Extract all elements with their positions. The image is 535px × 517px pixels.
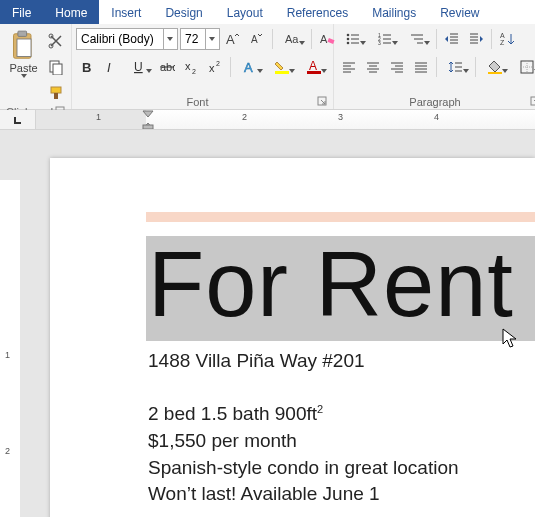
tab-references[interactable]: References — [275, 0, 360, 24]
tab-review[interactable]: Review — [428, 0, 491, 24]
svg-text:U: U — [134, 60, 143, 74]
line-spacing-icon — [448, 59, 464, 75]
tab-design[interactable]: Design — [153, 0, 214, 24]
body-line[interactable] — [148, 375, 535, 400]
svg-text:A: A — [320, 33, 328, 45]
indent-marker-icon[interactable] — [142, 110, 154, 129]
tab-insert[interactable]: Insert — [99, 0, 153, 24]
decorative-bar — [146, 212, 535, 222]
chevron-down-icon — [21, 74, 27, 78]
increase-indent-button[interactable] — [465, 28, 487, 50]
outdent-icon — [444, 31, 460, 47]
multilevel-list-button[interactable] — [402, 28, 432, 50]
bold-button[interactable]: B — [76, 56, 98, 78]
cut-button[interactable] — [45, 30, 67, 52]
dialog-launcher-icon[interactable] — [530, 96, 535, 106]
italic-icon: I — [103, 59, 119, 75]
headline-selection[interactable]: For Rent — [146, 236, 535, 341]
align-center-icon — [365, 59, 381, 75]
scissors-icon — [48, 33, 64, 49]
font-size-dropdown[interactable] — [205, 29, 217, 49]
body-line[interactable]: 2 bed 1.5 bath 900ft2 — [148, 402, 535, 427]
font-family-dropdown[interactable] — [163, 29, 175, 49]
svg-text:I: I — [107, 60, 111, 75]
align-center-button[interactable] — [362, 56, 384, 78]
sort-icon: AZ — [499, 31, 515, 47]
ruler-number: 1 — [96, 112, 101, 122]
text-effects-button[interactable]: A — [235, 56, 265, 78]
underline-button[interactable]: U — [124, 56, 154, 78]
dialog-launcher-icon[interactable] — [317, 96, 327, 106]
page-area[interactable]: For Rent 1488 Villa Piña Way #201 2 bed … — [36, 130, 535, 517]
tab-stop-icon — [13, 115, 23, 125]
svg-point-29 — [347, 34, 350, 37]
superscript-button[interactable]: x2 — [204, 56, 226, 78]
body-line[interactable]: $1,550 per month — [148, 429, 535, 454]
format-painter-button[interactable] — [45, 82, 67, 104]
vertical-ruler[interactable]: 1 2 — [0, 130, 20, 517]
subscript-button[interactable]: x2 — [180, 56, 202, 78]
superscript-icon: x2 — [207, 59, 223, 75]
document-headline[interactable]: For Rent — [146, 236, 535, 333]
strikethrough-icon: abc — [159, 59, 175, 75]
svg-rect-2 — [17, 39, 31, 57]
svg-text:A: A — [244, 60, 253, 75]
grow-font-button[interactable]: A — [222, 28, 244, 50]
copy-button[interactable] — [45, 56, 67, 78]
font-size-combo[interactable] — [180, 28, 220, 50]
separator — [436, 29, 437, 49]
align-right-button[interactable] — [386, 56, 408, 78]
highlight-button[interactable] — [267, 56, 297, 78]
change-case-button[interactable]: Aa — [277, 28, 307, 50]
grow-font-icon: A — [225, 31, 241, 47]
chevron-down-icon — [299, 41, 305, 45]
font-size-input[interactable] — [181, 30, 205, 48]
body-line[interactable]: Won’t last! Available June 1 — [148, 482, 535, 507]
bullets-button[interactable] — [338, 28, 368, 50]
body-line[interactable]: Spanish-style condo in great location — [148, 456, 535, 481]
line-spacing-button[interactable] — [441, 56, 471, 78]
separator — [491, 29, 492, 49]
paste-label: Paste — [9, 62, 37, 74]
justify-button[interactable] — [410, 56, 432, 78]
ruler-number: 4 — [434, 112, 439, 122]
svg-point-33 — [347, 42, 350, 45]
underline-icon: U — [131, 59, 147, 75]
tab-selector[interactable] — [0, 110, 36, 129]
svg-rect-1 — [17, 31, 26, 36]
font-family-input[interactable] — [77, 30, 163, 48]
decrease-indent-button[interactable] — [441, 28, 463, 50]
sort-button[interactable]: AZ — [496, 28, 518, 50]
page[interactable]: For Rent 1488 Villa Piña Way #201 2 bed … — [50, 158, 535, 517]
chevron-down-icon — [146, 69, 152, 73]
separator — [436, 57, 437, 77]
tab-mailings[interactable]: Mailings — [360, 0, 428, 24]
multilevel-icon — [409, 31, 425, 47]
numbering-button[interactable]: 123 — [370, 28, 400, 50]
italic-button[interactable]: I — [100, 56, 122, 78]
svg-rect-73 — [488, 72, 502, 74]
body-line[interactable]: 1488 Villa Piña Way #201 — [148, 349, 535, 374]
chevron-down-icon — [463, 69, 469, 73]
tab-home[interactable]: Home — [43, 0, 99, 24]
svg-text:2: 2 — [216, 60, 220, 67]
borders-icon — [519, 59, 535, 75]
horizontal-ruler[interactable]: 1 2 3 4 — [36, 110, 535, 129]
separator — [272, 29, 273, 49]
align-left-button[interactable] — [338, 56, 360, 78]
tab-file[interactable]: File — [0, 0, 43, 24]
shrink-font-button[interactable]: A — [246, 28, 268, 50]
tab-layout[interactable]: Layout — [215, 0, 275, 24]
subscript-icon: x2 — [183, 59, 199, 75]
strikethrough-button[interactable]: abc — [156, 56, 178, 78]
separator — [311, 29, 312, 49]
shading-button[interactable] — [480, 56, 510, 78]
borders-button[interactable] — [512, 56, 535, 78]
svg-rect-7 — [51, 87, 61, 93]
document-body[interactable]: 1488 Villa Piña Way #201 2 bed 1.5 bath … — [146, 341, 535, 507]
font-color-button[interactable]: A — [299, 56, 329, 78]
group-font: A A Aa A B I U abc x2 x2 A A — [72, 24, 334, 109]
paste-button[interactable]: Paste — [4, 28, 43, 78]
font-family-combo[interactable] — [76, 28, 178, 50]
shading-icon — [487, 59, 503, 75]
